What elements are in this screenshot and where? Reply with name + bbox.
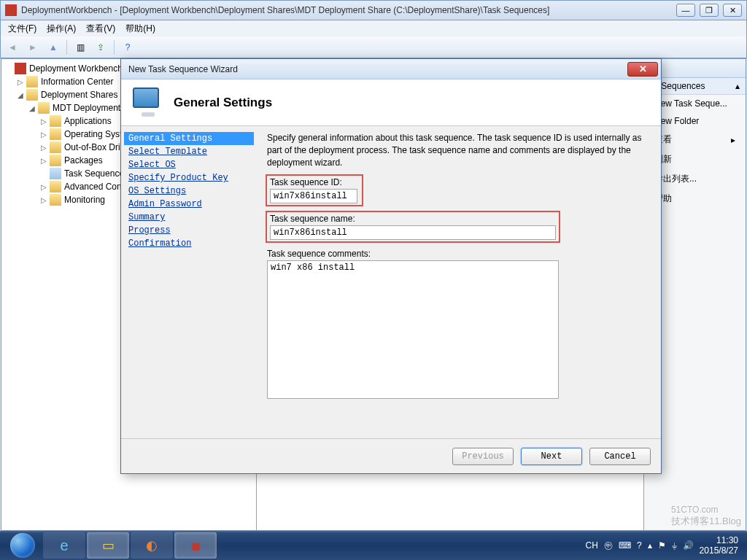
dialog-close-button[interactable]: ✕ [627,62,658,77]
maximize-button[interactable]: ❐ [700,4,719,17]
tree-label: Task Sequences [64,168,128,179]
tree-label: Monitoring [64,195,105,205]
tray-network-icon[interactable]: ⏚ [672,540,677,551]
step-general-settings[interactable]: General Settings [124,132,254,145]
tray-lang[interactable]: CH [586,540,598,551]
tray-help-icon[interactable]: ? [637,540,642,551]
watermark-main: 51CTO.com [671,505,741,515]
input-task-sequence-id[interactable] [270,189,357,203]
step-os-settings[interactable]: OS Settings [124,184,254,198]
field-group-name: Task sequence name: [267,212,559,241]
label-task-sequence-comments: Task sequence comments: [267,249,559,259]
toolbar-separator [114,40,115,55]
wizard-dialog: New Task Sequence Wizard ✕ General Setti… [120,58,662,474]
form-area: Specify general information about this t… [257,126,661,438]
computer-icon [133,88,163,118]
tree-label: Applications [64,116,112,126]
cancel-button[interactable]: Cancel [589,448,651,465]
toolbar-separator [66,40,67,55]
back-button[interactable] [4,39,21,56]
tree-label: Packages [64,155,103,166]
up-button[interactable] [44,39,62,56]
start-button[interactable] [3,531,42,560]
previous-button: Previous [452,448,514,465]
watermark-sub: 技术博客11.Blog [671,515,741,528]
dialog-titlebar[interactable]: New Task Sequence Wizard ✕ [121,59,661,79]
step-confirmation[interactable]: Confirmation [124,237,254,250]
dialog-heading: General Settings [174,96,272,110]
taskbar-media[interactable]: ◐ [131,532,173,559]
menu-file[interactable]: 文件(F) [4,21,41,36]
menu-action[interactable]: 操作(A) [42,21,80,36]
step-select-template[interactable]: Select Template [124,145,254,158]
close-window-button[interactable]: ✕ [723,4,742,17]
step-product-key[interactable]: Specify Product Key [124,171,254,184]
tree-label: Deployment Shares [41,90,117,100]
step-summary[interactable]: Summary [124,211,254,224]
windows-orb-icon [10,533,35,558]
form-description: Specify general information about this t… [267,132,651,168]
export-button[interactable]: ⇪ [92,39,109,56]
tray-date: 2015/8/27 [700,545,738,556]
taskbar-deployment-workbench[interactable]: ◼ [174,532,217,559]
field-group-comments: Task sequence comments: [267,249,559,401]
field-group-id: Task sequence ID: [267,176,362,205]
help-button[interactable]: ? [119,39,136,56]
forward-button[interactable] [24,39,42,56]
dialog-header: General Settings [121,79,661,126]
system-tray: CH ㊥ ⌨ ? ▴ ⚑ ⏚ 🔊 11:30 2015/8/27 [586,535,744,556]
menu-view[interactable]: 查看(V) [82,21,120,36]
watermark: 51CTO.com 技术博客11.Blog [671,505,741,528]
tree-label: Information Center [41,77,113,87]
dialog-body: General Settings Select Template Select … [121,126,661,438]
tray-action-center-icon[interactable]: ⚑ [658,540,666,551]
taskbar-explorer[interactable]: ▭ [87,532,129,559]
show-hide-tree-button[interactable]: ▥ [71,39,89,56]
wizard-step-list: General Settings Select Template Select … [121,126,257,438]
window-controls: ― ❐ ✕ [676,4,742,17]
tray-chevron-up-icon[interactable]: ▴ [648,540,652,551]
tray-volume-icon[interactable]: 🔊 [683,540,694,551]
step-admin-password[interactable]: Admin Password [124,198,254,211]
textarea-task-sequence-comments[interactable] [267,260,559,399]
dialog-footer: Previous Next Cancel [121,438,661,473]
tray-time: 11:30 [700,535,738,545]
toolbar: ▥ ⇪ ? [0,36,747,58]
tray-keyboard-icon[interactable]: ⌨ [619,540,631,551]
tray-clock[interactable]: 11:30 2015/8/27 [700,535,738,556]
menubar: 文件(F) 操作(A) 查看(V) 帮助(H) [0,20,747,36]
window-titlebar: DeploymentWorkbench - [Deployment Workbe… [0,0,747,20]
dialog-title: New Task Sequence Wizard [124,64,627,74]
step-select-os[interactable]: Select OS [124,158,254,171]
taskbar: e ▭ ◐ ◼ CH ㊥ ⌨ ? ▴ ⚑ ⏚ 🔊 11:30 2015/8/27 [0,531,747,560]
label-task-sequence-id: Task sequence ID: [270,177,359,187]
taskbar-ie[interactable]: e [43,532,85,559]
app-icon [5,4,17,16]
window-title: DeploymentWorkbench - [Deployment Workbe… [21,5,676,15]
label-task-sequence-name: Task sequence name: [270,214,556,224]
minimize-button[interactable]: ― [676,4,695,17]
step-progress[interactable]: Progress [124,224,254,237]
input-task-sequence-name[interactable] [270,225,556,240]
menu-help[interactable]: 帮助(H) [121,21,160,36]
chevron-right-icon: ▸ [731,135,735,145]
chevron-up-icon[interactable]: ▴ [735,81,740,91]
tray-ime-icon[interactable]: ㊥ [604,540,613,552]
tree-label: Deployment Workbench [29,63,123,74]
next-button[interactable]: Next [521,448,582,465]
